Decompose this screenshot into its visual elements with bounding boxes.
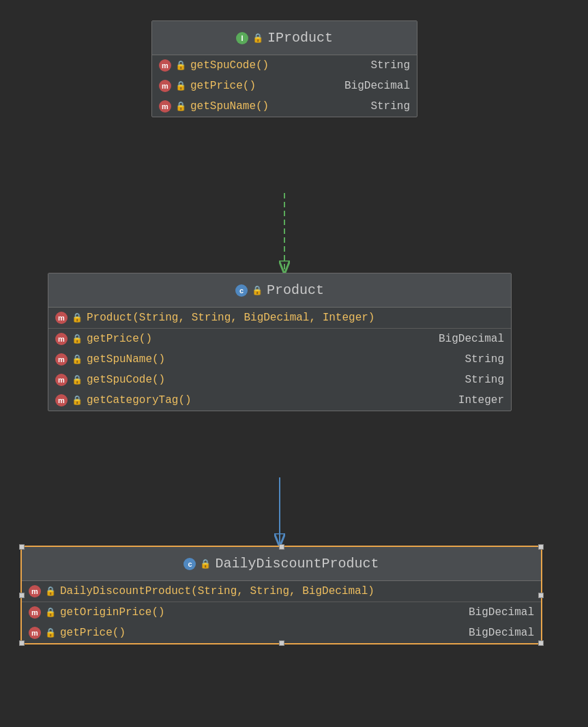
- method-icon: m: [55, 394, 68, 406]
- constructor-name: DailyDiscountProduct(String, String, Big…: [60, 585, 374, 597]
- return-type: Integer: [458, 394, 504, 406]
- lock-icon-dailydiscountproduct: 🔒: [200, 559, 211, 569]
- return-type: BigDecimal: [439, 333, 504, 345]
- constructor-section-dailydiscountproduct: m 🔒 DailyDiscountProduct(String, String,…: [22, 581, 541, 602]
- class-iproduct[interactable]: I 🔒 IProduct m 🔒 getSpuCode() String m 🔒…: [151, 20, 417, 117]
- method-name: getOriginPrice(): [60, 606, 165, 619]
- method-name: getSpuCode(): [87, 374, 165, 386]
- return-type: String: [465, 353, 504, 366]
- method-name: getPrice(): [87, 333, 152, 345]
- method-getoriginprice: m 🔒 getOriginPrice() BigDecimal: [22, 602, 541, 623]
- lock-icon: 🔒: [72, 354, 83, 365]
- lock-icon: 🔒: [175, 60, 186, 71]
- method-icon: m: [29, 606, 41, 619]
- handle-tr[interactable]: [538, 544, 544, 550]
- method-getspucode-product: m 🔒 getSpuCode() String: [48, 370, 511, 390]
- lock-icon: 🔒: [72, 374, 83, 385]
- method-getprice-product: m 🔒 getPrice() BigDecimal: [48, 329, 511, 349]
- return-type: String: [465, 374, 504, 386]
- method-getspuname-product: m 🔒 getSpuName() String: [48, 349, 511, 370]
- lock-icon: 🔒: [45, 627, 56, 638]
- method-getprice-iproduct: m 🔒 getPrice() BigDecimal: [152, 76, 417, 96]
- method-name: getSpuName(): [190, 100, 269, 113]
- lock-icon: 🔒: [72, 312, 83, 323]
- class-header-product: c 🔒 Product: [48, 273, 511, 308]
- lock-icon: 🔒: [175, 80, 186, 91]
- handle-tl[interactable]: [19, 544, 25, 550]
- return-type: String: [370, 100, 410, 113]
- method-icon: m: [55, 312, 68, 324]
- class-header-iproduct: I 🔒 IProduct: [152, 21, 417, 55]
- interface-icon-iproduct: I: [236, 32, 248, 44]
- methods-section-dailydiscountproduct: m 🔒 getOriginPrice() BigDecimal m 🔒 getP…: [22, 602, 541, 643]
- constructor-name: Product(String, String, BigDecimal, Inte…: [87, 312, 374, 324]
- method-getspuname-iproduct: m 🔒 getSpuName() String: [152, 96, 417, 117]
- handle-tm[interactable]: [279, 544, 284, 550]
- lock-icon-product: 🔒: [252, 285, 263, 296]
- handle-bm[interactable]: [279, 640, 284, 646]
- method-name: getPrice(): [60, 627, 126, 639]
- methods-section-iproduct: m 🔒 getSpuCode() String m 🔒 getPrice() B…: [152, 55, 417, 117]
- class-name-dailydiscountproduct: DailyDiscountProduct: [215, 556, 379, 572]
- method-name: getSpuName(): [87, 353, 165, 366]
- method-icon: m: [159, 100, 171, 113]
- constructor-product: m 🔒 Product(String, String, BigDecimal, …: [48, 308, 511, 328]
- return-type: String: [370, 59, 410, 72]
- method-name: getPrice(): [190, 80, 256, 92]
- method-icon: m: [29, 585, 41, 597]
- method-icon: m: [29, 627, 41, 639]
- method-name: getSpuCode(): [190, 59, 269, 72]
- class-product[interactable]: c 🔒 Product m 🔒 Product(String, String, …: [48, 273, 512, 411]
- handle-rm[interactable]: [538, 593, 544, 598]
- class-icon-dailydiscountproduct: c: [183, 558, 196, 570]
- class-name-product: Product: [267, 282, 324, 298]
- handle-br[interactable]: [538, 640, 544, 646]
- handle-bl[interactable]: [19, 640, 25, 646]
- constructor-dailydiscountproduct: m 🔒 DailyDiscountProduct(String, String,…: [22, 581, 541, 602]
- lock-icon-orange: 🔒: [45, 607, 56, 618]
- constructor-section-product: m 🔒 Product(String, String, BigDecimal, …: [48, 308, 511, 329]
- lock-icon: 🔒: [45, 586, 56, 597]
- class-icon-product: c: [235, 284, 248, 297]
- method-icon: m: [159, 80, 171, 92]
- method-icon: m: [55, 374, 68, 386]
- lock-icon: 🔒: [72, 333, 83, 344]
- method-icon: m: [159, 59, 171, 72]
- lock-icon: 🔒: [72, 395, 83, 406]
- lock-icon: 🔒: [175, 101, 186, 112]
- class-header-dailydiscountproduct: c 🔒 DailyDiscountProduct: [22, 547, 541, 581]
- class-dailydiscountproduct[interactable]: c 🔒 DailyDiscountProduct m 🔒 DailyDiscou…: [20, 546, 542, 644]
- lock-icon-iproduct: 🔒: [252, 33, 263, 44]
- method-getspucode-iproduct: m 🔒 getSpuCode() String: [152, 55, 417, 76]
- handle-lm[interactable]: [19, 593, 25, 598]
- method-icon: m: [55, 353, 68, 366]
- method-name: getCategoryTag(): [87, 394, 192, 406]
- method-icon: m: [55, 333, 68, 345]
- return-type: BigDecimal: [469, 606, 534, 619]
- method-getcategorytag-product: m 🔒 getCategoryTag() Integer: [48, 390, 511, 411]
- methods-section-product: m 🔒 getPrice() BigDecimal m 🔒 getSpuName…: [48, 329, 511, 411]
- return-type: BigDecimal: [344, 80, 410, 92]
- diagram-canvas: I 🔒 IProduct m 🔒 getSpuCode() String m 🔒…: [0, 0, 588, 727]
- return-type: BigDecimal: [469, 627, 534, 639]
- class-name-iproduct: IProduct: [267, 30, 333, 46]
